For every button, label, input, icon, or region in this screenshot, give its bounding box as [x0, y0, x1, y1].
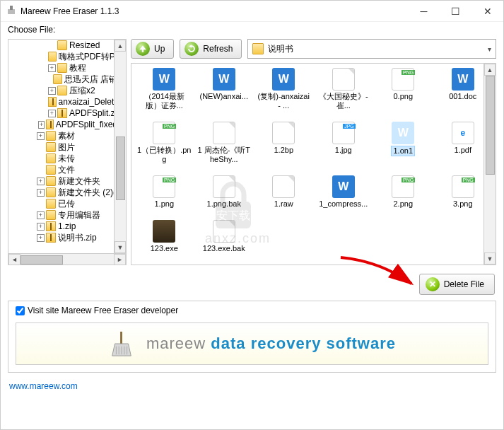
blank-file-icon [332, 68, 355, 91]
svg-rect-2 [120, 332, 122, 344]
folder-icon [48, 52, 57, 62]
file-item[interactable]: 123.exe [134, 220, 194, 260]
tree-item[interactable]: 已传 [8, 198, 126, 209]
word-file-icon: W [213, 68, 235, 91]
tree-item[interactable]: 图片 [8, 141, 126, 153]
tree-item-label: 文件 [58, 164, 75, 176]
expand-toggle[interactable]: + [37, 132, 45, 140]
minimize-button[interactable]: ─ [408, 1, 440, 22]
file-item[interactable]: 123.exe.bak [194, 220, 254, 260]
path-dropdown[interactable]: 说明书 ▾ [247, 39, 496, 59]
zip-icon [57, 108, 67, 118]
file-item[interactable]: W1_compress... [314, 175, 374, 216]
expand-toggle[interactable]: + [37, 223, 45, 231]
tree-scrollbar-horizontal[interactable]: ◄► [8, 253, 126, 265]
expand-toggle[interactable]: + [37, 178, 45, 185]
file-item[interactable]: 1.jpg [314, 122, 374, 171]
tree-item[interactable]: +APDFSplit.zip [8, 108, 126, 119]
tree-item[interactable]: +新建文件夹 [8, 175, 126, 187]
tree-item[interactable]: +专用编辑器 [8, 209, 126, 221]
svg-rect-0 [8, 9, 15, 14]
visit-site-checkbox[interactable]: Visit site Mareew Free Eraser developer [16, 306, 488, 315]
file-item[interactable]: 0.png [373, 68, 433, 117]
file-name: 3.png [453, 199, 473, 209]
word-file-icon: W [153, 68, 175, 91]
tree-item-label: 压缩x2 [69, 85, 95, 97]
tree-item-label: 说明书.zip [58, 232, 97, 244]
file-item[interactable]: 1 周杰伦-《听TheShy... [194, 122, 254, 171]
tree-item[interactable]: +素材 [8, 130, 126, 141]
tree-item[interactable]: +1.zip [8, 221, 126, 232]
expand-toggle[interactable]: + [48, 110, 56, 117]
titlebar: Mareew Free Eraser 1.1.3 ─ ☐ ✕ [1, 1, 503, 22]
banner[interactable]: mareew data recovery software [16, 322, 488, 365]
png-file-icon [153, 122, 175, 144]
file-item[interactable]: 1.png.bak [194, 175, 254, 216]
file-item[interactable]: 1.2bp [254, 122, 314, 171]
folder-icon [53, 74, 62, 84]
tree-item[interactable]: 思迅天店 店铺管 [8, 74, 126, 85]
file-item[interactable]: W1.on1 [373, 122, 433, 171]
delete-file-button[interactable]: ✕ Delete File [419, 274, 495, 295]
folder-icon [57, 63, 67, 73]
file-list[interactable]: W（2014最新版）证券...W(NEW)anxai...W(复制)-anxai… [131, 63, 496, 265]
tree-item[interactable]: +教程 [8, 62, 126, 74]
app-icon [6, 5, 16, 17]
file-scrollbar-vertical[interactable]: ▲▼ [484, 64, 496, 265]
expand-toggle[interactable]: + [38, 121, 45, 129]
folder-tree[interactable]: Resized嗨格式PDF转PPT+教程思迅天店 店铺管+压缩x2anxaiza… [8, 39, 127, 265]
png-file-icon [392, 175, 414, 198]
tree-item[interactable]: 文件 [8, 164, 126, 175]
file-name: 001.doc [449, 92, 476, 101]
file-item[interactable]: 1.raw [254, 175, 314, 216]
zip-icon [48, 97, 57, 107]
visit-checkbox-input[interactable] [16, 306, 25, 315]
tree-item[interactable]: 未传 [8, 153, 126, 164]
tree-scrollbar-vertical[interactable]: ▲▼ [114, 40, 126, 253]
png-file-icon [153, 175, 175, 198]
tree-item[interactable]: +说明书.zip [8, 232, 126, 243]
close-button[interactable]: ✕ [471, 1, 503, 22]
file-item[interactable]: W(NEW)anxai... [194, 68, 254, 117]
tree-item[interactable]: +压缩x2 [8, 85, 126, 96]
folder-icon [46, 131, 56, 141]
footer-panel: Visit site Mareew Free Eraser developer … [8, 301, 496, 373]
expand-toggle[interactable]: + [48, 87, 56, 95]
maximize-button[interactable]: ☐ [440, 1, 471, 22]
ie-file-icon: e [452, 122, 474, 144]
refresh-icon [184, 42, 199, 56]
file-name: (NEW)anxai... [200, 92, 248, 101]
expand-toggle[interactable]: + [37, 234, 45, 242]
file-item[interactable]: 1.png [134, 175, 194, 216]
file-item[interactable]: 《大国秘史》- 崔... [314, 68, 374, 117]
word-file-icon: W [272, 68, 295, 91]
refresh-button[interactable]: Refresh [180, 39, 242, 59]
up-button[interactable]: Up [131, 39, 174, 59]
window-title: Mareew Free Eraser 1.1.3 [20, 6, 408, 16]
expand-toggle[interactable]: + [48, 64, 56, 72]
file-name: 1.raw [274, 199, 293, 209]
tree-item-label: 未传 [58, 153, 75, 165]
expand-toggle[interactable]: + [37, 211, 45, 219]
tree-item[interactable]: Resized [8, 40, 126, 51]
tree-item[interactable]: 嗨格式PDF转PPT [8, 51, 126, 62]
file-name: 2.png [393, 199, 413, 209]
file-item[interactable]: 1（已转换）.png [134, 122, 194, 171]
file-item[interactable]: W(复制)-anxaizai - ... [254, 68, 314, 117]
file-name: 1.png.bak [207, 199, 241, 209]
file-item[interactable]: W（2014最新版）证券... [134, 68, 194, 117]
expand-toggle[interactable]: + [37, 189, 45, 197]
folder-icon [46, 199, 56, 209]
mareew-url-link[interactable]: www.mareew.com [9, 381, 78, 391]
file-item[interactable]: 2.png [373, 175, 433, 216]
zip-icon [46, 120, 54, 129]
tree-item[interactable]: +APDFSplit_fixed.zi [8, 119, 126, 130]
tree-item-label: 1.zip [58, 221, 76, 231]
chevron-down-icon: ▾ [488, 45, 491, 53]
delete-icon: ✕ [426, 277, 440, 291]
tree-item[interactable]: anxaizai_Deleted. [8, 96, 126, 108]
folder-icon [46, 187, 56, 197]
svg-rect-1 [10, 6, 13, 10]
tree-item[interactable]: +新建文件夹 (2)(2) [8, 187, 126, 198]
file-name: 1.png [154, 199, 174, 209]
